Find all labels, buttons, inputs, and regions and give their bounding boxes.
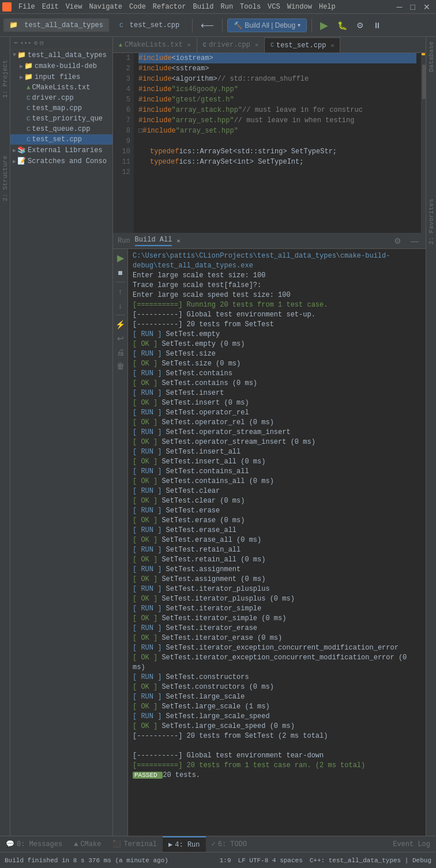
test-queue-label: test_queue.cpp [32,125,91,133]
run-scroll-up-button[interactable]: ↑ [116,286,125,297]
output-run-12: [ RUN ] SetTest.retain_all [133,545,421,555]
minimize-button[interactable]: ─ [393,0,406,14]
test-set-tab-close[interactable]: ✕ [330,42,334,49]
run-stop-button[interactable]: ■ [115,267,125,278]
debug-button[interactable]: 🐛 [334,18,351,32]
run-tab[interactable]: ▶ 4: Run [163,836,205,852]
editor-scrollbar-thumb[interactable] [422,53,425,55]
menu-code[interactable]: Code [126,2,149,12]
output-ok-5: [ OK ] SetTest.operator_rel (0 ms) [133,418,421,428]
main-toolbar: 📁 test_all_data_types C test_set.cpp ⟵ 🔨… [0,14,436,37]
driver-tab-icon: C [203,42,206,48]
run-coverage-button[interactable]: ⚙ [353,18,367,32]
code-editor[interactable]: 1 2 3 4 5 6 7 8 9 10 11 12 [113,53,426,233]
input-files-label: input files [35,73,80,81]
cmake-tab[interactable]: ▲ CMake [68,836,107,852]
tree-item-test-queue[interactable]: C test_queue.cpp [10,124,112,134]
run-scroll-down-button[interactable]: ↓ [116,300,125,311]
run-output-area[interactable]: C:\Users\pattis\CLionProjects\test_all_d… [128,249,426,836]
run-settings-button[interactable]: ⚙ [392,235,404,247]
output-run-6: [ RUN ] SetTest.operator_stream_insert [133,428,421,437]
project-forward-icon[interactable]: ••• [20,40,32,47]
menu-refactor[interactable]: Refactor [149,2,190,12]
app-window: File Edit View Navigate Code Refactor Bu… [0,0,436,868]
project-settings-icon[interactable]: ⚙ [33,39,37,47]
menu-help[interactable]: Help [315,2,339,12]
project-back-icon[interactable]: ⬅ [14,39,18,47]
menu-edit[interactable]: Edit [39,2,62,12]
output-ok-18: [ OK ] SetTest.constructors (0 ms) [133,682,421,692]
back-button[interactable]: ⟵ [197,17,217,33]
run-button[interactable]: ▶ [317,17,332,34]
app-icon [2,2,12,12]
output-run-18: [ RUN ] SetTest.constructors [133,673,421,682]
toolbar-separator-1 [192,18,193,32]
favorites-panel-label[interactable]: 2: Favorites [428,199,435,244]
tree-item-test-map[interactable]: C test_map.cpp [10,103,112,114]
tab-cmakelists[interactable]: ▲ CMakeLists.txt ✕ [113,37,197,52]
menu-build[interactable]: Build [189,2,217,12]
tree-item-driver[interactable]: C driver.cpp [10,93,112,103]
menu-window[interactable]: Window [284,2,315,12]
project-tree-panel: ⬅ ••• ⚙ ⊟ ▼ 📁 test_all_data_types ▶ 📁 cm… [10,37,113,836]
output-ok-1: [ OK ] SetTest.empty (0 ms) [133,339,421,349]
driver-file-icon: C [27,95,31,101]
database-panel-label[interactable]: Database [428,41,435,72]
maximize-button[interactable]: □ [407,0,419,14]
tab-test-set[interactable]: C test_set.cpp ✕ [265,37,340,52]
tree-item-cmake-build[interactable]: ▶ 📁 cmake-build-deb [10,61,112,71]
tree-item-input-files[interactable]: ▶ 📁 input files [10,71,112,82]
messages-tab[interactable]: 💬 0: Messages [0,836,68,852]
output-run-1: [ RUN ] SetTest.empty [133,330,421,339]
editor-scrollbar[interactable] [421,53,426,233]
test-priority-label: test_priority_que [32,115,103,123]
menu-view[interactable]: View [62,2,86,12]
cmakelists-tab-close[interactable]: ✕ [187,41,191,48]
event-log-tab[interactable]: Event Log [387,836,436,852]
stop-button[interactable]: ⏸ [370,18,385,32]
tree-item-test-priority[interactable]: C test_priority_que [10,114,112,124]
tree-root-item[interactable]: ▼ 📁 test_all_data_types [10,50,112,61]
scratches-label: Scratches and Conso [28,157,107,165]
terminal-tab[interactable]: ⬛ Terminal [107,836,163,852]
menu-tools[interactable]: Tools [236,2,264,12]
tree-item-scratches[interactable]: ▶ 📝 Scratches and Conso [10,156,112,167]
project-collapse-icon[interactable]: ⊟ [40,39,44,47]
active-file-tab[interactable]: C test_set.cpp [114,19,185,32]
driver-tab-close[interactable]: ✕ [255,41,258,48]
run-play-button[interactable]: ▶ [115,251,126,265]
input-files-folder-icon: 📁 [24,73,33,81]
run-toolbar-sep [116,282,125,282]
run-action-toolbar: ▶ ■ ↑ ↓ ⚡ ↩ 🖨 🗑 [113,249,128,836]
menu-bar: File Edit View Navigate Code Refactor Bu… [0,0,436,14]
menu-navigate[interactable]: Navigate [85,2,126,12]
input-files-arrow: ▶ [20,74,23,81]
run-clear-button[interactable]: 🗑 [114,360,127,372]
code-content[interactable]: #include <iostream> #include <sstream> #… [134,53,421,233]
tree-item-external-libs[interactable]: ▶ 📚 External Libraries [10,145,112,156]
menu-vcs[interactable]: VCS [264,2,284,12]
build-all-button[interactable]: 🔨 Build All | Debug ▾ [227,18,307,32]
project-tab[interactable]: 📁 test_all_data_types [3,18,109,32]
messages-icon: 💬 [6,840,14,848]
run-print-button[interactable]: 🖨 [114,346,127,358]
tree-item-cmakelists[interactable]: ▲ CMakeLists.txt [10,82,112,93]
editor-scrollbar-body[interactable] [422,65,426,99]
test-map-label: test_map.cpp [32,104,82,112]
close-button[interactable]: ✕ [420,0,434,14]
tree-item-test-set[interactable]: C test_set.cpp [10,134,112,145]
cmake-icon: ▲ [74,840,78,848]
cmake-build-label: cmake-build-deb [35,62,97,70]
run-tab-label[interactable]: Run [118,237,130,245]
run-close-panel-button[interactable]: — [408,235,421,247]
menu-file[interactable]: File [15,2,39,12]
build-all-tab-label[interactable]: Build All [135,236,172,246]
project-panel-label[interactable]: 1: Project [2,60,9,98]
run-wrap-button[interactable]: ↩ [115,333,126,344]
todo-tab[interactable]: ✓ 6: TODO [206,836,253,852]
structure-panel-label[interactable]: 2: Structure [2,156,9,201]
tab-driver[interactable]: C driver.cpp ✕ [197,37,265,52]
run-filter-button[interactable]: ⚡ [113,319,127,330]
menu-run[interactable]: Run [217,2,236,12]
output-line-6: [----------] 20 tests from SetTest [133,320,421,330]
